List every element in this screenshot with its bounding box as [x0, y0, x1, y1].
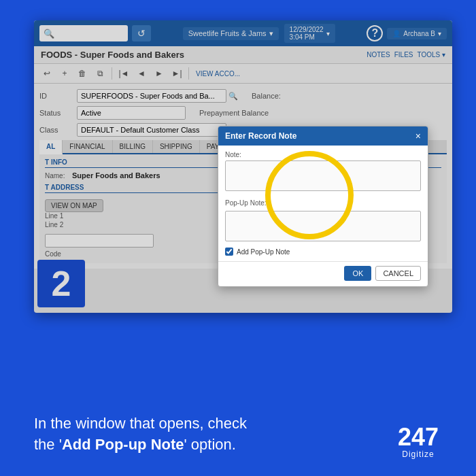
bold-option-text: Add Pop-up Note: [62, 436, 184, 453]
ok-button[interactable]: OK: [344, 266, 371, 281]
add-popup-note-row: Add Pop-Up Note: [225, 248, 421, 256]
popup-note-label: Pop-Up Note:: [225, 199, 421, 207]
instruction-area: In the window that opens, check the 'Add…: [34, 413, 374, 456]
logo-area: 247 Digitize: [398, 425, 439, 459]
enter-record-note-dialog: Enter Record Note × Note: Pop-Up Note: A…: [218, 126, 428, 287]
add-popup-note-checkbox[interactable]: [225, 248, 233, 256]
dialog-header: Enter Record Note ×: [218, 126, 428, 146]
dialog-body: Note: Pop-Up Note: Add Pop-Up Note: [218, 146, 428, 261]
dialog-title: Enter Record Note: [225, 131, 296, 141]
cancel-button[interactable]: CANCEL: [375, 266, 421, 281]
screenshot-window: 🔍 ↺ Sweetlife Fruits & Jams ▾ 12/29/2022…: [34, 20, 452, 313]
note-label: Note:: [225, 151, 421, 158]
dialog-close-button[interactable]: ×: [415, 131, 421, 141]
logo-247: 247: [398, 425, 439, 449]
dialog-footer: OK CANCEL: [218, 261, 428, 286]
popup-note-textarea[interactable]: [225, 211, 421, 241]
add-popup-note-label: Add Pop-Up Note: [237, 248, 290, 256]
logo-digitize: Digitize: [398, 449, 439, 459]
instruction-text: In the window that opens, check the 'Add…: [34, 413, 374, 456]
popup-note-section: Pop-Up Note:: [225, 199, 421, 244]
note-textarea[interactable]: [225, 160, 421, 191]
